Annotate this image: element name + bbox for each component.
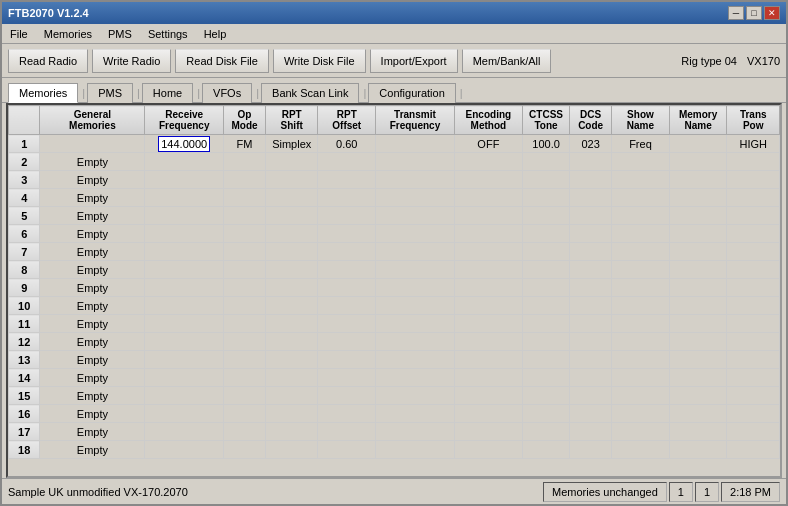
table-row[interactable]: 14Empty [9,369,780,387]
table-row[interactable]: 10Empty [9,297,780,315]
cell-rpt-shift [265,351,317,369]
cell-gen-mem: Empty [40,261,145,279]
cell-rx-freq [145,441,224,459]
tab-home[interactable]: Home [142,83,193,103]
table-row[interactable]: 4Empty [9,189,780,207]
table-row[interactable]: 15Empty [9,387,780,405]
cell-dcs [570,207,612,225]
cell-rpt-shift [265,153,317,171]
cell-rpt-offset [318,405,376,423]
table-row[interactable]: 16Empty [9,405,780,423]
cell-rpt-shift [265,387,317,405]
cell-trans-pow [727,315,780,333]
table-container[interactable]: GeneralMemories ReceiveFrequency OpMode … [8,105,780,476]
table-row[interactable]: 8Empty [9,261,780,279]
cell-ctcss [522,153,569,171]
cell-tx-freq [376,189,455,207]
cell-enc-method [454,279,522,297]
cell-enc-method [454,207,522,225]
cell-mem-name [669,243,727,261]
table-row[interactable]: 6Empty [9,225,780,243]
tab-pms[interactable]: PMS [87,83,133,103]
table-row[interactable]: 7Empty [9,243,780,261]
mem-bank-all-button[interactable]: Mem/Bank/All [462,49,552,73]
cell-row-num: 16 [9,405,40,423]
cell-ctcss [522,225,569,243]
cell-mem-name [669,135,727,153]
cell-tx-freq [376,153,455,171]
close-button[interactable]: ✕ [764,6,780,20]
tabs-bar: Memories | PMS | Home | VFOs | Bank Scan… [2,78,786,103]
table-row[interactable]: 11Empty [9,315,780,333]
cell-gen-mem: Empty [40,225,145,243]
cell-ctcss [522,297,569,315]
status-time-value: 2:18 PM [730,486,771,498]
cell-rpt-shift [265,189,317,207]
cell-row-num: 5 [9,207,40,225]
table-row[interactable]: 13Empty [9,351,780,369]
cell-row-num: 3 [9,171,40,189]
menu-memories[interactable]: Memories [40,27,96,41]
app-title: FTB2070 V1.2.4 [8,7,89,19]
cell-enc-method [454,369,522,387]
tab-configuration[interactable]: Configuration [368,83,455,103]
cell-gen-mem: Empty [40,405,145,423]
cell-row-num: 8 [9,261,40,279]
col-header-receive-frequency: ReceiveFrequency [145,106,224,135]
maximize-button[interactable]: □ [746,6,762,20]
write-disk-file-button[interactable]: Write Disk File [273,49,366,73]
rx-freq-value[interactable]: 144.0000 [158,136,210,152]
col-header-ctcss-tone: CTCSSTone [522,106,569,135]
cell-ctcss [522,405,569,423]
table-row[interactable]: 5Empty [9,207,780,225]
cell-trans-pow [727,387,780,405]
table-row[interactable]: 18Empty [9,441,780,459]
menu-settings[interactable]: Settings [144,27,192,41]
menu-help[interactable]: Help [200,27,231,41]
table-row[interactable]: 2Empty [9,153,780,171]
cell-mem-name [669,387,727,405]
menu-file[interactable]: File [6,27,32,41]
cell-ctcss [522,279,569,297]
tab-sep-4: | [254,87,261,99]
read-radio-button[interactable]: Read Radio [8,49,88,73]
col-header-op-mode: OpMode [224,106,266,135]
read-disk-file-button[interactable]: Read Disk File [175,49,269,73]
cell-rpt-shift [265,423,317,441]
minimize-button[interactable]: ─ [728,6,744,20]
cell-ctcss [522,333,569,351]
table-row[interactable]: 12Empty [9,333,780,351]
cell-rx-freq [145,405,224,423]
tab-vfos[interactable]: VFOs [202,83,252,103]
cell-show-name [612,189,670,207]
table-row[interactable]: 3Empty [9,171,780,189]
menu-pms[interactable]: PMS [104,27,136,41]
cell-dcs [570,189,612,207]
table-row[interactable]: 9Empty [9,279,780,297]
cell-show-name [612,441,670,459]
cell-enc-method [454,189,522,207]
cell-tx-freq [376,405,455,423]
table-row[interactable]: 17Empty [9,423,780,441]
cell-ctcss [522,315,569,333]
cell-op-mode [224,405,266,423]
tab-sep-6: | [458,87,465,99]
cell-dcs [570,297,612,315]
cell-trans-pow [727,189,780,207]
tab-memories[interactable]: Memories [8,83,78,103]
cell-op-mode [224,153,266,171]
content-area: GeneralMemories ReceiveFrequency OpMode … [6,103,782,478]
cell-rx-freq [145,189,224,207]
col-header-trans-pow: TransPow [727,106,780,135]
cell-trans-pow: HIGH [727,135,780,153]
cell-rpt-offset [318,261,376,279]
cell-row-num: 14 [9,369,40,387]
import-export-button[interactable]: Import/Export [370,49,458,73]
cell-rpt-shift [265,405,317,423]
write-radio-button[interactable]: Write Radio [92,49,171,73]
table-row[interactable]: 1144.0000FMSimplex0.60OFF100.0023FreqHIG… [9,135,780,153]
cell-enc-method: OFF [454,135,522,153]
cell-rx-freq [145,387,224,405]
cell-op-mode [224,387,266,405]
tab-bank-scan-link[interactable]: Bank Scan Link [261,83,359,103]
